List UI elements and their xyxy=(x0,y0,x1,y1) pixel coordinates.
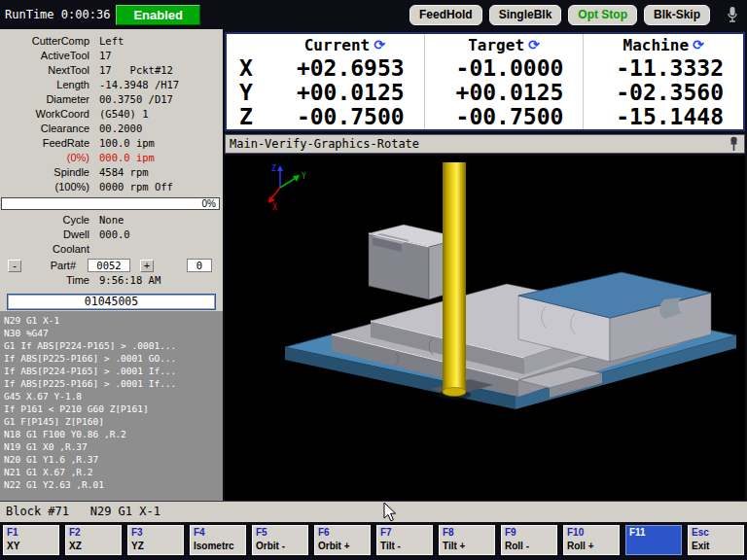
dro-corner-cell xyxy=(227,34,266,56)
status-row-nexttool: NextTool17 Pckt#12 xyxy=(0,63,223,78)
pin-icon[interactable] xyxy=(729,136,739,152)
gcode-line: If ABS[P224-P165] > .0001 If... xyxy=(4,365,223,377)
status-label: (0%) xyxy=(0,151,89,165)
graphics-viewport: Z Y X xyxy=(225,156,745,501)
machining-3d-view: Z Y X xyxy=(225,156,745,501)
fkey-number: F3 xyxy=(131,527,143,538)
status-row-spindle-override: (100%)0000 rpm Off xyxy=(0,180,223,194)
fkey-number: F1 xyxy=(7,527,18,538)
status-row-cuttercomp: CutterCompLeft xyxy=(0,34,223,49)
fkey-number: F5 xyxy=(256,527,267,538)
part-label: Part# xyxy=(21,260,76,271)
status-label: ActiveTool xyxy=(0,49,89,63)
status-value: 0000 rpm Off xyxy=(99,180,173,194)
dro-y-machine: -02.3560 xyxy=(584,81,743,105)
fkey-f11[interactable]: F11 xyxy=(625,525,682,555)
refresh-icon[interactable]: ⟳ xyxy=(374,37,385,52)
gcode-line: If ABS[P225-P166] > .0001 If... xyxy=(4,377,223,390)
fkey-f1[interactable]: F1XY xyxy=(3,525,59,555)
gcode-line: G45 X.67 Y-1.8 xyxy=(4,390,223,402)
dro-header-target: Target⟳ xyxy=(425,34,585,56)
fkey-f4[interactable]: F4Isometrc xyxy=(190,525,246,555)
gcode-line: N21 G1 X.67 ,R.2 xyxy=(4,466,223,478)
fkey-f9[interactable]: F9Roll - xyxy=(501,525,557,555)
fkey-f3[interactable]: F3YZ xyxy=(127,525,184,555)
gcode-line: If ABS[P225-P166] > .0001 GO... xyxy=(4,352,223,365)
status-row-clearance: Clearance00.2000 xyxy=(0,122,223,136)
gcode-line: N22 G1 Y2.63 ,R.01 xyxy=(4,478,223,491)
dro-header-label: Target xyxy=(468,36,524,54)
dro-z-machine: -15.1448 xyxy=(584,105,743,129)
block-status-bar: Block #71 N29 G1 X-1 xyxy=(0,501,747,522)
status-label: (100%) xyxy=(0,180,89,194)
dro-axis-y: Y xyxy=(227,81,266,105)
status-value: 17 Pckt#12 xyxy=(99,63,173,78)
status-value: 000.0 xyxy=(99,228,130,242)
program-name-box: 01045005 xyxy=(7,294,216,310)
gcode-line: If P161 < P210 G60 Z[P161] xyxy=(4,402,223,415)
breadcrumb: Main-Verify-Graphics-Rotate xyxy=(230,137,419,151)
enabled-badge[interactable]: Enabled xyxy=(116,5,200,25)
dro-axis-x: X xyxy=(227,56,266,81)
fkey-f2[interactable]: F2XZ xyxy=(65,525,122,555)
fkey-label: Isometrc xyxy=(194,541,234,551)
spindle-load-bar: 0% xyxy=(1,197,220,210)
fkey-f10[interactable]: F10Roll + xyxy=(563,525,620,555)
fkey-label: Tilt + xyxy=(443,541,465,551)
fkey-number: F8 xyxy=(443,527,454,538)
part-counter-row: - Part# 0052 + 0 xyxy=(0,258,223,273)
fkey-f5[interactable]: F5Orbit - xyxy=(252,525,308,555)
dro-z-target: -00.7500 xyxy=(425,105,585,129)
fkey-label: XZ xyxy=(69,541,82,551)
status-row-feed-override: (0%)000.0 ipm xyxy=(0,151,223,165)
status-rows: CutterCompLeft ActiveTool17 NextTool17 P… xyxy=(0,29,223,194)
optstop-button[interactable]: Opt Stop xyxy=(568,5,637,25)
part-count-box: 0 xyxy=(187,259,212,272)
singleblk-button[interactable]: SingleBlk xyxy=(489,5,562,25)
fkey-number: F7 xyxy=(380,527,392,538)
fkey-label: Orbit - xyxy=(256,541,285,551)
fkey-f7[interactable]: F7Tilt - xyxy=(376,525,433,555)
status-label: Cycle xyxy=(0,213,89,228)
top-bar: RunTime 0:00:36 Enabled FeedHold SingleB… xyxy=(0,0,747,29)
fkey-f8[interactable]: F8Tilt + xyxy=(439,525,495,555)
status-row-activetool: ActiveTool17 xyxy=(0,49,223,63)
part-decrement-button[interactable]: - xyxy=(8,260,21,272)
gcode-line: G1 If ABS[P224-P165] > .0001... xyxy=(4,339,223,352)
dro-x-machine: -11.3332 xyxy=(584,56,743,81)
status-value: 000.0 ipm xyxy=(99,151,155,165)
gcode-listing: N29 G1 X-1 N30 %G47 G1 If ABS[P224-P165]… xyxy=(0,311,223,501)
dro-y-current: +00.0125 xyxy=(266,81,425,105)
microphone-icon xyxy=(726,5,739,24)
fkey-number: F4 xyxy=(194,527,205,538)
fkey-label: Tilt - xyxy=(380,541,401,551)
status-row-cycle: CycleNone xyxy=(0,213,223,228)
status-label: Spindle xyxy=(0,165,89,180)
cnc-control-screen: RunTime 0:00:36 Enabled FeedHold SingleB… xyxy=(0,0,747,560)
status-panel: CutterCompLeft ActiveTool17 NextTool17 P… xyxy=(0,29,223,501)
status-value: 00.3750 /D17 xyxy=(99,92,173,107)
menu-bar: Main-Verify-Graphics-Rotate xyxy=(225,134,745,154)
refresh-icon[interactable]: ⟳ xyxy=(693,37,704,52)
gcode-line: N30 %G47 xyxy=(4,327,223,339)
feedhold-button[interactable]: FeedHold xyxy=(409,5,482,25)
dro-z-current: -00.7500 xyxy=(266,105,425,129)
blkskip-button[interactable]: Blk-Skip xyxy=(644,5,710,25)
part-increment-button[interactable]: + xyxy=(140,260,154,272)
status-row-dwell: Dwell000.0 xyxy=(0,228,223,242)
dro-y-target: +00.0125 xyxy=(425,81,585,105)
fkey-esc[interactable]: EscExit xyxy=(688,525,744,555)
status-label: Diameter xyxy=(0,92,89,107)
status-label: Clearance xyxy=(0,122,89,136)
fkey-label: Roll + xyxy=(567,541,594,551)
status-value: Left xyxy=(99,34,124,49)
part-number-box: 0052 xyxy=(88,259,130,272)
axis-triad: Z Y X xyxy=(268,164,306,212)
fkey-label: Roll - xyxy=(505,541,529,551)
dro-x-target: -01.0000 xyxy=(425,56,585,81)
dro-header-label: Machine xyxy=(623,36,689,54)
fkey-number: F2 xyxy=(69,527,81,538)
status-label: Time xyxy=(0,273,89,288)
fkey-f6[interactable]: F6Orbit + xyxy=(314,525,371,555)
refresh-icon[interactable]: ⟳ xyxy=(528,37,540,52)
